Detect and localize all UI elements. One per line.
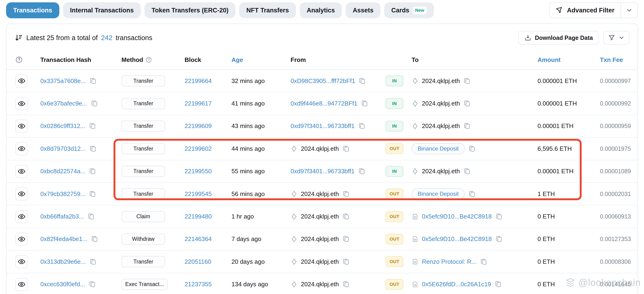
header-amount[interactable]: Amount [538, 56, 600, 64]
tab-assets[interactable]: Assets [346, 2, 381, 18]
new-badge: New [412, 6, 427, 14]
address-link[interactable]: 0xd97f3401...96733bff1 [290, 122, 354, 130]
total-transactions-link[interactable]: 242 [101, 34, 112, 42]
header-age[interactable]: Age [232, 56, 290, 64]
tx-hash-link[interactable]: 0x0286c9ff312... [40, 122, 85, 130]
advanced-filter-button[interactable]: Advanced Filter [550, 3, 620, 18]
copy-icon[interactable] [88, 280, 96, 288]
preview-transaction-button[interactable] [15, 210, 28, 223]
header-txn-fee[interactable]: Txn Fee [600, 56, 638, 64]
preview-transaction-button[interactable] [15, 74, 28, 88]
named-address-pill[interactable]: Binance Deposit [412, 143, 465, 154]
block-link[interactable]: 22199664 [184, 77, 212, 85]
tx-hash-link[interactable]: 0x82f4eda4be1... [40, 236, 88, 243]
tab-cards[interactable]: Cards New [384, 2, 434, 18]
table-row: 0xb66ffafa2b3... Claim 22199480 1 hr ago… [6, 206, 638, 228]
contract-link[interactable]: 0x5E626fdD...0c26A1c19 [422, 281, 491, 288]
copy-icon[interactable] [480, 258, 488, 266]
preview-transaction-button[interactable] [15, 165, 28, 178]
preview-transaction-button[interactable] [15, 278, 28, 291]
preview-transaction-button[interactable] [15, 187, 28, 200]
copy-icon[interactable] [463, 77, 471, 85]
age-text: 44 mins ago [232, 145, 265, 152]
copy-icon[interactable] [89, 168, 96, 175]
tab-analytics[interactable]: Analytics [300, 2, 342, 18]
tx-hash-link[interactable]: 0x3375a7608e... [40, 77, 86, 85]
copy-icon[interactable] [342, 213, 350, 220]
block-link[interactable]: 22199480 [184, 213, 212, 220]
contract-link[interactable]: Renzo Protocol: R... [422, 258, 476, 266]
copy-icon[interactable] [89, 122, 96, 130]
copy-icon[interactable] [495, 235, 503, 243]
copy-icon[interactable] [463, 168, 471, 175]
method-badge: Transfer [122, 75, 165, 86]
block-link[interactable]: 22146364 [184, 236, 212, 243]
copy-icon[interactable] [468, 145, 476, 153]
preview-transaction-button[interactable] [15, 232, 28, 246]
address-link[interactable]: 0xD98C3905...fff72bFf1 [290, 77, 355, 85]
direction-cell: IN [386, 166, 412, 177]
copy-icon[interactable] [89, 190, 96, 198]
copy-icon[interactable] [89, 258, 97, 266]
copy-icon[interactable] [463, 122, 471, 130]
contract-link[interactable]: 0x5efc9D10...Be42C8918 [422, 213, 492, 220]
tab-internal-transactions[interactable]: Internal Transactions [63, 2, 141, 18]
tx-hash-link[interactable]: 0xb66ffafa2b3... [40, 213, 84, 220]
copy-icon[interactable] [463, 100, 471, 108]
copy-icon[interactable] [342, 235, 350, 243]
block-link[interactable]: 22199609 [184, 122, 212, 130]
preview-transaction-button[interactable] [15, 120, 28, 133]
question-circle-icon[interactable] [15, 56, 23, 64]
block-link[interactable]: 22199602 [184, 145, 212, 152]
copy-icon[interactable] [495, 213, 503, 220]
copy-icon[interactable] [87, 213, 95, 220]
row-preview-cell [15, 120, 40, 133]
tab-nft-transfers[interactable]: NFT Transfers [239, 2, 296, 18]
self-address-name: 2024.qklpj.eth [301, 213, 339, 220]
table-filter-button[interactable] [603, 31, 630, 44]
named-address-pill[interactable]: Binance Deposit [412, 188, 465, 200]
copy-icon[interactable] [90, 100, 98, 108]
tx-hash-link[interactable]: 0x8d79703d12... [40, 145, 86, 152]
block-link[interactable]: 22199617 [184, 100, 212, 107]
copy-icon[interactable] [89, 77, 97, 85]
block-link[interactable]: 22199545 [184, 190, 212, 198]
fee-text: 0.00060913 [600, 213, 631, 220]
address-link[interactable]: 0xd97f3401...96733bff1 [290, 168, 354, 175]
advanced-filter-label: Advanced Filter [567, 7, 614, 14]
eye-icon [17, 212, 26, 221]
copy-icon[interactable] [91, 235, 98, 243]
tab-transactions[interactable]: Transactions [6, 2, 59, 18]
tx-hash-link[interactable]: 0xbc8d22574a... [40, 168, 85, 175]
tx-hash-link[interactable]: 0x6e37bafec9e... [40, 100, 87, 107]
block-cell: 21237355 [184, 281, 232, 288]
block-link[interactable]: 22051160 [184, 258, 211, 266]
download-page-data-button[interactable]: Download Page Data [518, 31, 599, 44]
tx-hash-link[interactable]: 0xcec630f0efd... [40, 281, 85, 288]
copy-icon[interactable] [358, 168, 366, 175]
preview-transaction-button[interactable] [15, 142, 28, 155]
advanced-filter-dropdown-button[interactable] [620, 3, 638, 18]
copy-icon[interactable] [358, 77, 366, 85]
copy-icon[interactable] [361, 100, 368, 108]
address-link[interactable]: 0xd9f446e8...94772BFf1 [290, 100, 358, 107]
copy-icon[interactable] [89, 145, 97, 153]
contract-link[interactable]: 0x5efc9D10...Be42C8918 [422, 236, 492, 243]
copy-icon[interactable] [468, 190, 476, 198]
from-cell: 2024.qklpj.eth [290, 280, 386, 288]
preview-transaction-button[interactable] [15, 97, 28, 110]
block-link[interactable]: 22199550 [184, 168, 212, 175]
block-link[interactable]: 21237355 [184, 281, 212, 288]
eth-diamond-icon [412, 168, 418, 175]
copy-icon[interactable] [342, 258, 350, 266]
copy-icon[interactable] [342, 280, 350, 288]
question-circle-icon[interactable] [146, 56, 152, 63]
tx-hash-link[interactable]: 0x313db29e6e... [40, 258, 86, 266]
copy-icon[interactable] [494, 280, 502, 288]
copy-icon[interactable] [342, 190, 350, 198]
copy-icon[interactable] [342, 145, 350, 153]
preview-transaction-button[interactable] [15, 255, 28, 268]
tx-hash-link[interactable]: 0x79cb382759... [40, 190, 85, 198]
tab-token-transfers[interactable]: Token Transfers (ERC-20) [144, 2, 236, 18]
copy-icon[interactable] [358, 122, 366, 130]
